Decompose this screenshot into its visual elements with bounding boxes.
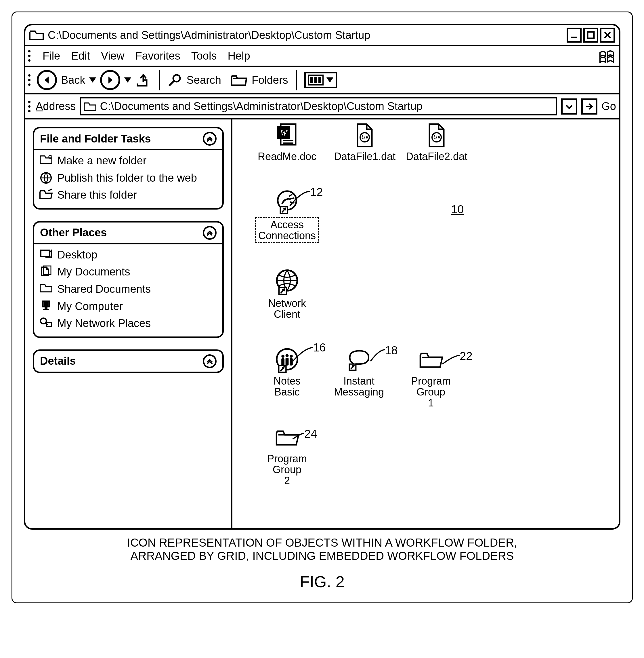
menu-edit[interactable]: Edit (71, 50, 90, 62)
address-dropdown[interactable] (561, 98, 577, 114)
file-item[interactable]: AccessConnections (250, 189, 324, 243)
desktop-icon (40, 248, 53, 260)
folder-icon (29, 29, 44, 41)
address-field[interactable]: C:\Documents and Settings\Administrator\… (80, 97, 557, 115)
back-dropdown[interactable] (89, 78, 96, 83)
maximize-button[interactable] (583, 28, 598, 43)
menubar: File Edit View Favorites Tools Help (25, 46, 619, 67)
svg-rect-32 (285, 358, 289, 366)
file-label: ProgramGroup1 (411, 376, 451, 408)
tasks-body: Make a new folder Publish this folder to… (34, 150, 222, 208)
collapse-icon[interactable] (203, 132, 216, 146)
window-title: C:\Documents and Settings\Administrator\… (48, 29, 567, 41)
file-item[interactable]: InstantMessaging (322, 347, 396, 397)
place-label: Desktop (57, 248, 217, 262)
search-label[interactable]: Search (186, 74, 221, 86)
place-desktop[interactable]: Desktop (40, 248, 217, 262)
publish-web-icon (40, 172, 53, 184)
place-network-places[interactable]: My Network Places (40, 317, 217, 330)
explorer-window: C:\Documents and Settings\Administrator\… (24, 24, 620, 530)
place-shared-documents[interactable]: Shared Documents (40, 283, 217, 296)
place-my-computer[interactable]: My Computer (40, 300, 217, 313)
views-dropdown[interactable] (326, 78, 334, 83)
places-panel: Other Places Desktop My Documents (33, 221, 224, 338)
nav-group: Back (37, 70, 151, 90)
tasks-title: File and Folder Tasks (40, 133, 151, 145)
globe-icon (274, 269, 300, 295)
grip-icon[interactable] (28, 98, 32, 114)
grip-icon[interactable] (28, 48, 32, 64)
address-value: C:\Documents and Settings\Administrator\… (100, 100, 422, 113)
people-icon (274, 347, 300, 373)
menu-file[interactable]: File (43, 50, 60, 62)
task-label: Make a new folder (57, 154, 217, 168)
folder-icon (418, 347, 444, 373)
views-button[interactable] (304, 72, 337, 88)
forward-button[interactable] (100, 70, 120, 90)
collapse-icon[interactable] (203, 354, 216, 368)
back-button[interactable] (37, 70, 57, 90)
details-header[interactable]: Details (34, 351, 222, 372)
my-computer-icon (40, 300, 53, 312)
place-my-documents[interactable]: My Documents (40, 265, 217, 279)
tasks-panel: File and Folder Tasks Make a new folder (33, 127, 224, 210)
separator (159, 70, 160, 90)
menu-favorites[interactable]: Favorites (135, 50, 180, 62)
share-folder-icon (40, 189, 53, 199)
toolbar: Back Search Folders (25, 67, 619, 94)
grip-icon[interactable] (28, 72, 32, 88)
address-bar: Address C:\Documents and Settings\Admini… (25, 94, 619, 119)
file-item[interactable]: UᴇDataFile2.dat (399, 122, 474, 162)
file-item[interactable]: WReadMe.doc (250, 122, 324, 162)
word-doc-icon: W (274, 122, 300, 148)
places-body: Desktop My Documents Shared Documents (34, 244, 222, 336)
file-item[interactable]: ProgramGroup1 (393, 347, 468, 408)
place-label: My Computer (57, 300, 217, 313)
svg-text:Uᴇ: Uᴇ (362, 134, 368, 140)
my-documents-icon (40, 265, 53, 277)
details-panel: Details (33, 349, 224, 373)
file-label: DataFile2.dat (406, 151, 467, 162)
svg-point-28 (281, 355, 284, 358)
tasks-header[interactable]: File and Folder Tasks (34, 128, 222, 150)
file-item[interactable]: UᴇDataFile1.dat (327, 122, 402, 162)
body: File and Folder Tasks Make a new folder (25, 119, 619, 528)
go-label: Go (601, 100, 616, 113)
menu-help[interactable]: Help (228, 50, 250, 62)
place-label: My Documents (57, 265, 217, 279)
menu-view[interactable]: View (101, 50, 124, 62)
file-label: NotesBasic (274, 376, 301, 397)
folders-icon[interactable] (230, 73, 248, 87)
place-label: Shared Documents (57, 283, 217, 296)
task-share-folder[interactable]: Share this folder (40, 189, 217, 202)
file-item[interactable]: NetworkClient (250, 269, 324, 320)
file-label: DataFile1.dat (334, 151, 395, 162)
collapse-icon[interactable] (203, 226, 216, 240)
folders-label[interactable]: Folders (252, 74, 288, 86)
data-file-icon: Uᴇ (424, 122, 450, 148)
back-label: Back (61, 74, 85, 86)
folder-icon (274, 424, 300, 451)
content-area[interactable]: 10 12 16 18 22 24 WReadMe.docUᴇDataFile1… (232, 119, 619, 528)
figure-caption: ICON REPRESENTATION OF OBJECTS WITHIN A … (24, 536, 620, 563)
search-icon[interactable] (167, 72, 182, 88)
up-button[interactable] (135, 72, 151, 88)
task-publish-web[interactable]: Publish this folder to the web (40, 172, 217, 185)
forward-dropdown[interactable] (124, 78, 131, 83)
task-new-folder[interactable]: Make a new folder (40, 154, 217, 168)
places-header[interactable]: Other Places (34, 222, 222, 244)
go-button[interactable] (581, 98, 597, 114)
task-label: Share this folder (57, 189, 217, 202)
file-label: AccessConnections (255, 217, 319, 243)
file-item[interactable]: NotesBasic (250, 347, 324, 397)
menu-tools[interactable]: Tools (191, 50, 217, 62)
file-label: NetworkClient (268, 298, 306, 320)
svg-rect-33 (290, 358, 293, 366)
minimize-button[interactable] (567, 28, 581, 43)
svg-point-30 (290, 355, 293, 358)
svg-rect-11 (43, 302, 49, 306)
close-button[interactable] (600, 28, 615, 43)
network-places-icon (40, 317, 53, 329)
file-item[interactable]: ProgramGroup2 (250, 424, 324, 486)
data-file-icon: Uᴇ (352, 122, 378, 148)
